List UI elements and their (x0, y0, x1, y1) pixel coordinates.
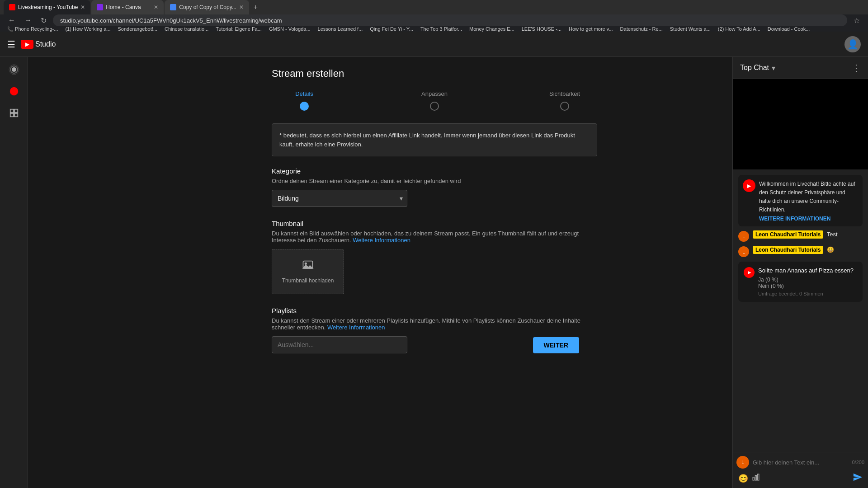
chat-username-1: Leon Chaudhari Tutorials (753, 246, 823, 254)
tab-close-copy[interactable]: ✕ (239, 4, 244, 10)
svg-rect-7 (14, 113, 17, 117)
chat-system-message: ▶ Willkommen im Livechat! Bitte achte au… (738, 175, 863, 226)
chart-icon[interactable] (752, 473, 760, 483)
reload-button[interactable]: ↻ (38, 15, 49, 26)
chat-tools-row: 😊 (736, 472, 864, 484)
thumbnail-upload-btn[interactable]: Thumbnail hochladen (272, 249, 344, 294)
step-sichtbarkeit-circle (560, 102, 569, 111)
chat-username-0: Leon Chaudhari Tutorials (753, 230, 823, 239)
bookmark-14[interactable]: (2) How To Add A... (716, 26, 762, 32)
address-bar[interactable] (53, 14, 847, 26)
forward-button[interactable]: → (22, 15, 34, 25)
chat-header-title: Top Chat ▾ (740, 64, 775, 72)
browser-chrome: Livestreaming - YouTube ✕ Home - Canva ✕… (0, 0, 868, 32)
sidebar-record-icon[interactable] (5, 82, 23, 100)
chat-poll-option-0: Ja (0 %) (758, 277, 857, 283)
thumbnail-section: Thumbnail Du kannst ein Bild auswählen o… (272, 220, 597, 294)
chat-system-link[interactable]: WEITERE INFORMATIONEN (759, 216, 858, 222)
left-sidebar (0, 57, 28, 488)
svg-rect-12 (755, 475, 757, 480)
chat-msg-text-1: 😀 (827, 246, 834, 253)
upload-icon (302, 259, 314, 275)
thumbnail-desc-text: Du kannst ein Bild auswählen oder hochla… (272, 230, 579, 244)
top-bar: ☰ ▶ Studio 👤 (0, 32, 868, 57)
chat-message-1: L Leon Chaudhari Tutorials 😀 (738, 246, 863, 257)
step-details-label: Details (295, 90, 313, 97)
doc-favicon (170, 4, 176, 10)
chat-send-button[interactable] (853, 472, 863, 484)
avatar[interactable]: 👤 (844, 36, 861, 52)
stream-form-container: Stream erstellen Details Anpassen (137, 57, 732, 488)
bookmark-13[interactable]: Student Wants a... (668, 26, 712, 32)
svg-rect-13 (758, 474, 759, 480)
weiter-button[interactable]: WEITER (533, 337, 579, 353)
tab-close-canva[interactable]: ✕ (154, 4, 158, 10)
content-area: Stream erstellen Details Anpassen (28, 57, 732, 488)
thumbnail-more-link[interactable]: Weitere Informationen (353, 237, 410, 244)
playlists-desc: Du kannst den Stream einer oder mehreren… (272, 317, 597, 331)
bookmark-8[interactable]: The Top 3 Platfor... (419, 26, 464, 32)
thumbnail-desc: Du kannst ein Bild auswählen oder hochla… (272, 230, 597, 244)
step-anpassen-circle (430, 102, 439, 111)
sidebar-grid-icon[interactable] (5, 104, 23, 122)
svg-point-10 (305, 263, 307, 265)
studio-label: Studio (35, 40, 56, 48)
canva-favicon (97, 4, 103, 10)
chat-header: Top Chat ▾ ⋮ (733, 57, 868, 79)
bookmark-0[interactable]: 📞 Phone Recycling-... (5, 26, 60, 32)
chat-poll-question: Sollte man Ananas auf Pizza essen? (758, 267, 857, 274)
kategorie-title: Kategorie (272, 167, 597, 175)
chat-avatar-lct-1: L (738, 246, 749, 257)
chat-video-placeholder (733, 79, 868, 169)
emoji-icon[interactable]: 😊 (738, 474, 748, 483)
stepper: Details Anpassen Sichtbarkeit (272, 90, 597, 111)
chat-yt-logo-icon: ▶ (743, 179, 755, 192)
youtube-icon: ▶ (21, 40, 33, 49)
tab-canva[interactable]: Home - Canva ✕ (91, 0, 164, 14)
new-tab-button[interactable]: + (250, 3, 261, 11)
svg-rect-4 (10, 109, 13, 113)
playlists-desc-text: Du kannst den Stream einer oder mehreren… (272, 317, 580, 331)
chat-msg-content-0: Leon Chaudhari Tutorials Test (753, 231, 838, 238)
chat-input-area: L 0/200 😊 (733, 452, 868, 488)
chat-panel: Top Chat ▾ ⋮ ▶ Willkommen im Livechat! B… (732, 57, 868, 488)
bookmark-10[interactable]: LEE'S HOUSE -... (520, 26, 563, 32)
chat-input-field[interactable] (753, 459, 848, 466)
tab-livestreaming[interactable]: Livestreaming - YouTube ✕ (4, 0, 90, 14)
svg-rect-5 (14, 109, 17, 113)
tab-close-livestreaming[interactable]: ✕ (80, 4, 85, 10)
chat-more-icon[interactable]: ⋮ (852, 62, 861, 73)
sidebar-live-icon[interactable] (5, 61, 23, 79)
bookmark-15[interactable]: Download - Cook... (766, 26, 812, 32)
bookmark-1[interactable]: (1) How Working a... (63, 26, 112, 32)
step-sichtbarkeit-label: Sichtbarkeit (549, 90, 580, 97)
hamburger-icon[interactable]: ☰ (7, 39, 15, 50)
bookmark-6[interactable]: Lessons Learned f... (316, 26, 365, 32)
bookmark-12[interactable]: Datenschutz - Re... (618, 26, 665, 32)
bookmark-2[interactable]: Sonderangebot!... (116, 26, 159, 32)
back-button[interactable]: ← (5, 15, 18, 25)
bookmark-4[interactable]: Tutorial: Eigene Fa... (214, 26, 264, 32)
bookmark-11[interactable]: How to get more v... (567, 26, 615, 32)
playlists-more-link[interactable]: Weitere Informationen (327, 324, 385, 331)
bookmark-9[interactable]: Money Changes E... (467, 26, 516, 32)
yt-logo: ▶ Studio (21, 40, 56, 49)
stepper-line-2 (467, 96, 532, 96)
chat-poll-icon: ▶ (744, 267, 755, 278)
bookmark-5[interactable]: GMSN - Vologda... (267, 26, 312, 32)
chat-chevron-icon[interactable]: ▾ (772, 64, 775, 72)
kategorie-select[interactable]: Bildung (272, 190, 407, 207)
video-preview-sidebar (28, 57, 137, 488)
app-layout: ☰ ▶ Studio 👤 (0, 32, 868, 488)
bookmark-7[interactable]: Qing Fei De Yi - Y... (368, 26, 415, 32)
bookmark-3[interactable]: Chinese translatio... (163, 26, 210, 32)
chat-avatar-lct-0: L (738, 231, 749, 242)
kategorie-section: Kategorie Ordne deinen Stream einer Kate… (272, 167, 597, 207)
main-container: Stream erstellen Details Anpassen (28, 57, 868, 488)
chat-input-avatar: L (736, 456, 749, 469)
description-text: * bedeutet, dass es sich hierbei um eine… (279, 132, 575, 148)
playlist-input[interactable] (272, 336, 407, 353)
tab-bar: Livestreaming - YouTube ✕ Home - Canva ✕… (0, 0, 868, 14)
bookmark-button[interactable]: ☆ (851, 15, 863, 26)
tab-copy[interactable]: Copy of Copy of Copy... ✕ (165, 0, 249, 14)
